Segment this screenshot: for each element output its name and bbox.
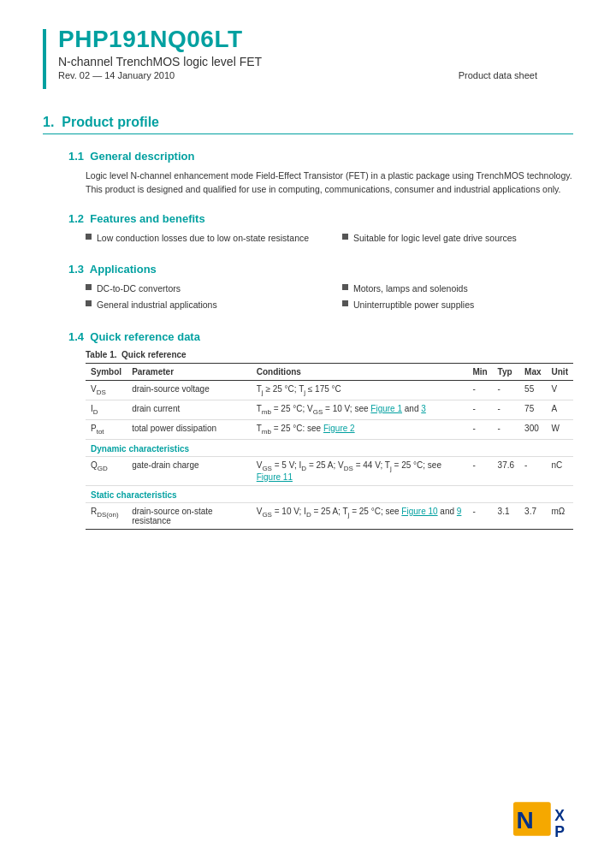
bullet-icon — [86, 300, 92, 306]
quick-reference-table: Symbol Parameter Conditions Min Typ Max … — [86, 363, 573, 530]
bullet-icon — [342, 300, 348, 306]
cell-conditions: VGS = 5 V; ID = 25 A; VDS = 44 V; Tj = 2… — [252, 456, 468, 485]
product-subtitle: N-channel TrenchMOS logic level FET — [58, 55, 537, 68]
features-list: Low conduction losses due to low on-stat… — [86, 232, 573, 248]
list-item: Uninterruptible power supplies — [342, 299, 573, 311]
cell-min: - — [467, 502, 492, 529]
cell-symbol: ID — [86, 400, 127, 419]
cell-unit: V — [547, 380, 573, 400]
table-row: QGD gate-drain charge VGS = 5 V; ID = 25… — [86, 456, 573, 485]
cell-typ: - — [493, 419, 519, 439]
cell-min: - — [467, 400, 492, 419]
cell-parameter: total power dissipation — [127, 419, 252, 439]
cell-min: - — [467, 380, 492, 400]
subsection-1-4: 1.4 Quick reference data Table 1. Quick … — [68, 330, 573, 530]
cell-max: 75 — [519, 400, 546, 419]
section-1: 1. Product profile 1.1 General descripti… — [43, 115, 573, 530]
list-item: Suitable for logic level gate drive sour… — [342, 232, 573, 245]
col-header-symbol: Symbol — [86, 363, 127, 380]
cell-conditions: Tmb = 25 °C: see Figure 2 — [252, 419, 468, 439]
cell-parameter: drain-source voltage — [127, 380, 252, 400]
table-section-row: Dynamic characteristics — [86, 439, 573, 456]
general-description-text: Logic level N-channel enhancement mode F… — [86, 169, 573, 197]
page-header: PHP191NQ06LT N-channel TrenchMOS logic l… — [43, 26, 573, 89]
cell-typ: - — [493, 400, 519, 419]
col-header-min: Min — [467, 363, 492, 380]
cell-unit: W — [547, 419, 573, 439]
cell-min: - — [467, 456, 492, 485]
table-row: VDS drain-source voltage Tj ≥ 25 °C; Tj … — [86, 380, 573, 400]
features-col2: Suitable for logic level gate drive sour… — [342, 232, 573, 248]
col-header-parameter: Parameter — [127, 363, 252, 380]
cell-symbol: VDS — [86, 380, 127, 400]
list-item: Motors, lamps and solenoids — [342, 282, 573, 295]
cell-typ: 37.6 — [493, 456, 519, 485]
applications-col1: DC-to-DC convertors General industrial a… — [86, 282, 317, 314]
cell-conditions: Tmb = 25 °C; VGS = 10 V; see Figure 1 an… — [252, 400, 468, 419]
col-header-typ: Typ — [493, 363, 519, 380]
svg-text:N: N — [517, 807, 534, 833]
cell-parameter: gate-drain charge — [127, 456, 252, 485]
applications-col2: Motors, lamps and solenoids Uninterrupti… — [342, 282, 573, 314]
cell-max: - — [519, 456, 546, 485]
subsection-1-1-title: 1.1 General description — [68, 150, 573, 163]
subsection-1-4-title: 1.4 Quick reference data — [68, 330, 573, 343]
product-title: PHP191NQ06LT — [58, 26, 537, 53]
cell-typ: 3.1 — [493, 502, 519, 529]
bullet-icon — [342, 284, 348, 290]
table-row: RDS(on) drain-source on-state resistance… — [86, 502, 573, 529]
col-header-unit: Unit — [547, 363, 573, 380]
subsection-1-1: 1.1 General description Logic level N-ch… — [68, 150, 573, 197]
bullet-icon — [342, 234, 348, 240]
table-row: ID drain current Tmb = 25 °C; VGS = 10 V… — [86, 400, 573, 419]
cell-unit: A — [547, 400, 573, 419]
col-header-conditions: Conditions — [252, 363, 468, 380]
svg-text:X: X — [554, 807, 565, 824]
section-1-title: 1. Product profile — [43, 115, 573, 134]
cell-min: - — [467, 419, 492, 439]
table-row: Ptot total power dissipation Tmb = 25 °C… — [86, 419, 573, 439]
subsection-1-2-title: 1.2 Features and benefits — [68, 212, 573, 225]
bullet-icon — [86, 234, 92, 240]
product-data-sheet-label: Product data sheet — [459, 70, 537, 80]
cell-max: 300 — [519, 419, 546, 439]
cell-parameter: drain current — [127, 400, 252, 419]
svg-text:P: P — [554, 823, 565, 840]
list-item: Low conduction losses due to low on-stat… — [86, 232, 317, 245]
table-section-row: Static characteristics — [86, 485, 573, 502]
table-caption: Table 1. Quick reference — [86, 350, 573, 359]
features-col1: Low conduction losses due to low on-stat… — [86, 232, 317, 248]
cell-symbol: Ptot — [86, 419, 127, 439]
cell-max: 55 — [519, 380, 546, 400]
cell-unit: nC — [547, 456, 573, 485]
cell-typ: - — [493, 380, 519, 400]
quick-reference-table-container: Table 1. Quick reference Symbol Paramete… — [86, 350, 573, 530]
bullet-icon — [86, 284, 92, 290]
header-text: PHP191NQ06LT N-channel TrenchMOS logic l… — [58, 26, 537, 80]
subsection-1-2: 1.2 Features and benefits Low conduction… — [68, 212, 573, 248]
cell-parameter: drain-source on-state resistance — [127, 502, 252, 529]
revision-text: Rev. 02 — 14 January 2010 — [58, 70, 175, 80]
list-item: DC-to-DC convertors — [86, 282, 317, 295]
cell-symbol: QGD — [86, 456, 127, 485]
cell-conditions: VGS = 10 V; ID = 25 A; Tj = 25 °C; see F… — [252, 502, 468, 529]
header-accent-bar — [43, 29, 46, 89]
nxp-logo: N X P — [513, 798, 573, 840]
applications-list: DC-to-DC convertors General industrial a… — [86, 282, 573, 314]
section-label: Dynamic characteristics — [86, 439, 573, 456]
subsection-1-3: 1.3 Applications DC-to-DC convertors Gen… — [68, 263, 573, 314]
cell-symbol: RDS(on) — [86, 502, 127, 529]
list-item: General industrial applications — [86, 299, 317, 311]
cell-unit: mΩ — [547, 502, 573, 529]
cell-conditions: Tj ≥ 25 °C; Tj ≤ 175 °C — [252, 380, 468, 400]
section-label: Static characteristics — [86, 485, 573, 502]
col-header-max: Max — [519, 363, 546, 380]
subsection-1-3-title: 1.3 Applications — [68, 263, 573, 276]
cell-max: 3.7 — [519, 502, 546, 529]
